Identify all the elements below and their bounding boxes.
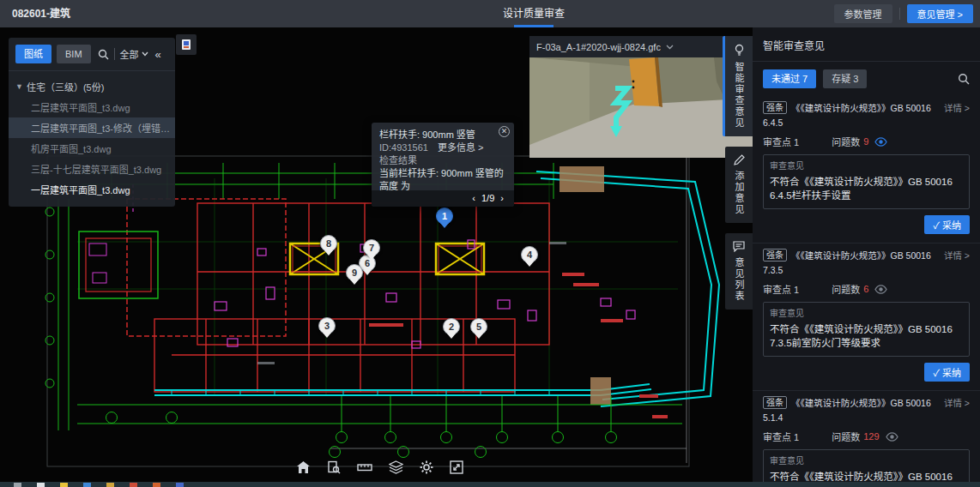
right-side-tabs: 智能审查意见 添加意见 意见列表 [723, 36, 753, 320]
eye-visibility-icon[interactable] [874, 137, 887, 147]
taskbar-icon[interactable] [176, 483, 184, 487]
issue-marker-1[interactable]: 1 [436, 207, 453, 225]
tab-label: 智能审查意见 [732, 62, 746, 129]
detail-link[interactable]: 详情 > [944, 101, 970, 116]
file-item[interactable]: 二层建筑平面图_t3-修改（埋错门，窗... [9, 117, 175, 138]
issues-label: 问题数 [832, 135, 860, 148]
more-info-link[interactable]: 更多信息 > [438, 142, 483, 153]
tab-opinion-list[interactable]: 意见列表 [725, 233, 753, 310]
issue-marker-4[interactable]: 4 [521, 246, 538, 263]
mandatory-clause-badge: 强条 [763, 249, 787, 262]
mandatory-clause-badge: 强条 [763, 101, 787, 114]
taskbar-icon[interactable] [130, 483, 137, 487]
issues-label: 问题数 [832, 282, 860, 296]
settings-gear-icon[interactable] [420, 460, 433, 474]
top-bar: 082601-建筑 设计质量审查 参数管理 意见管理 > [0, 0, 980, 27]
tab-label: 添加意见 [732, 171, 746, 215]
accept-button[interactable]: ✓ 采纳 [924, 363, 970, 382]
filter-value: 全部 [120, 47, 139, 61]
detail-link[interactable]: 详情 > [944, 396, 970, 411]
file-item[interactable]: 二层建筑平面图_t3.dwg [9, 97, 175, 117]
params-management-button[interactable]: 参数管理 [834, 4, 892, 23]
issues-count: 9 [863, 136, 868, 147]
tab-failed[interactable]: 未通过 7 [763, 69, 816, 88]
detail-link[interactable]: 详情 > [944, 249, 970, 263]
review-point: 审查点 1 [763, 282, 799, 296]
issue-marker-2[interactable]: 2 [443, 318, 460, 335]
thumbnail-icon [180, 39, 192, 51]
taskbar-icon[interactable] [60, 483, 68, 487]
zoom-document-icon[interactable] [327, 460, 341, 474]
eye-visibility-icon[interactable] [874, 285, 887, 294]
home-icon[interactable] [296, 460, 311, 474]
opinion-label: 审查意见 [764, 155, 969, 171]
close-icon[interactable]: ✕ [499, 126, 510, 137]
search-icon[interactable] [98, 49, 109, 60]
eye-visibility-icon[interactable] [886, 432, 898, 442]
tab-doubtful[interactable]: 存疑 3 [823, 69, 867, 88]
review-point: 审查点 1 [763, 135, 799, 148]
taskbar-icon[interactable] [83, 483, 91, 487]
issue-marker-3[interactable]: 3 [318, 317, 336, 334]
pencil-icon [734, 154, 745, 165]
opinion-label: 审查意见 [764, 303, 969, 319]
chevron-down-icon [142, 51, 148, 57]
divider [114, 48, 115, 60]
collapse-panel-icon[interactable]: « [155, 48, 161, 61]
issue-marker-9[interactable]: 9 [346, 264, 363, 281]
divider [899, 8, 900, 20]
measure-ruler-icon[interactable] [357, 462, 372, 472]
search-icon[interactable] [958, 73, 970, 85]
bulb-icon [734, 44, 745, 57]
opinion-box: 审查意见不符合《《建筑设计防火规范》》GB 50016 7.3.5前室防火门等级… [763, 302, 970, 357]
opinion-text: 不符合《《建筑设计防火规范》》GB 50016 6.4.5栏杆扶手设置 [764, 171, 969, 208]
tab-add-opinion[interactable]: 添加意见 [725, 147, 753, 223]
chevron-down-icon[interactable] [666, 45, 674, 50]
tab-design-quality-review[interactable]: 设计质量审查 [493, 0, 575, 27]
filter-dropdown[interactable]: 全部 [120, 47, 148, 61]
canvas-toolbar [296, 460, 463, 474]
tab-label: 设计质量审查 [503, 8, 565, 20]
taskbar-icon[interactable] [153, 483, 160, 487]
project-title: 082601-建筑 [12, 0, 70, 27]
opinion-management-button[interactable]: 意见管理 > [907, 4, 973, 23]
issue-marker-8[interactable]: 8 [320, 235, 337, 252]
rule-title: 《《建筑设计防火规范》》GB 50016 5.1.4 [763, 398, 931, 423]
pager-prev-icon[interactable]: ‹ [469, 193, 479, 203]
tooltip-id: ID:4931561 [379, 142, 428, 153]
tab-smart-review-opinions[interactable]: 智能审查意见 [723, 36, 753, 136]
taskbar-icon[interactable] [14, 483, 21, 487]
pager-next-icon[interactable]: › [497, 193, 507, 203]
panel-title: 智能审查意见 [753, 27, 980, 61]
taskbar-icon[interactable] [106, 483, 114, 487]
file-item[interactable]: 机房平面图_t3.dwg [9, 138, 175, 159]
caret-down-icon: ▼ [15, 82, 23, 91]
issue-marker-7[interactable]: 7 [363, 239, 380, 256]
top-bar-actions: 参数管理 意见管理 > [834, 4, 973, 23]
tree-root-node[interactable]: ▼ 住宅（三级）(5份) [9, 76, 175, 97]
file-item[interactable]: 三层-十七层建筑平面图_t3.dwg [9, 159, 175, 179]
drawing-list-panel: 图纸 BIM 全部 « ▼ 住宅（三级）(5份) 二层建筑平面图_t3.dwg二… [9, 38, 175, 207]
fullscreen-expand-icon[interactable] [450, 460, 463, 474]
file-tree: ▼ 住宅（三级）(5份) 二层建筑平面图_t3.dwg二层建筑平面图_t3-修改… [9, 71, 175, 200]
opinion-text: 不符合《《建筑设计防火规范》》GB 50016 5.1.4建筑高度大于100m的… [764, 466, 969, 482]
issues-label: 问题数 [832, 430, 860, 443]
layers-icon[interactable] [389, 460, 403, 474]
file-item[interactable]: 一层建筑平面图_t3.dwg [9, 179, 175, 200]
tab-drawings[interactable]: 图纸 [15, 45, 51, 63]
active-tab-underline [514, 25, 554, 27]
pager-value: 1/9 [481, 193, 494, 203]
review-card: 详情 >强条《《建筑设计防火规范》》GB 50016 7.3.5审查点 1问题数… [753, 244, 980, 391]
os-taskbar [0, 482, 980, 487]
taskbar-icon[interactable] [37, 483, 45, 487]
minimap-thumbnail-button[interactable] [176, 34, 197, 55]
viewer-scene[interactable] [529, 57, 753, 158]
review-point: 审查点 1 [763, 430, 799, 443]
issue-marker-5[interactable]: 5 [470, 318, 487, 335]
accept-button[interactable]: ✓ 采纳 [924, 215, 970, 234]
model-file-dropdown[interactable]: F-03a_A-1#2020-wjj-0824.gfc [536, 42, 661, 52]
tab-bim[interactable]: BIM [57, 45, 91, 63]
tooltip-title: 栏杆扶手: 900mm 竖管 [379, 129, 506, 141]
issues-count: 129 [863, 431, 879, 442]
review-card: 详情 >强条《《建筑设计防火规范》》GB 50016 6.4.5审查点 1问题数… [753, 96, 980, 244]
